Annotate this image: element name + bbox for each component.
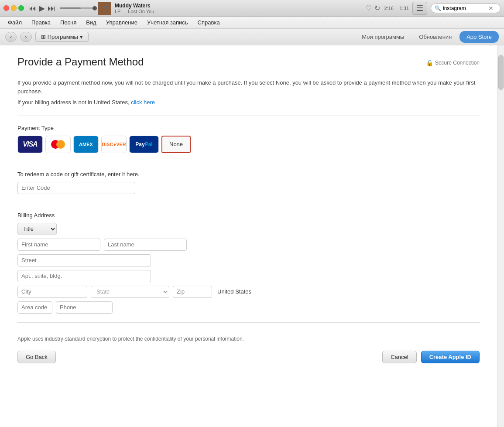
phone-input[interactable] xyxy=(56,301,113,314)
menu-account[interactable]: Учетная запись xyxy=(143,17,192,27)
billing-section: Billing Address Title State United xyxy=(17,212,480,314)
menu-bar: Файл Правка Песня Вид Управление Учетная… xyxy=(0,17,504,29)
amex-label: AMEX xyxy=(79,142,93,147)
last-name-input[interactable] xyxy=(104,239,187,251)
country-label: United States xyxy=(217,288,251,295)
payment-cards: VISA AMEX DISC●VER PayPal None xyxy=(17,136,480,153)
maximize-button[interactable] xyxy=(18,5,24,11)
cancel-button[interactable]: Cancel xyxy=(382,351,416,363)
header-text: Provide a Payment Method xyxy=(17,56,426,70)
tab-app-store[interactable]: App Store xyxy=(459,31,499,43)
programs-icon: ⊞ xyxy=(41,34,46,40)
window-controls xyxy=(3,5,24,11)
divider-1 xyxy=(17,116,480,116)
redeem-label: To redeem a code or gift certificate, en… xyxy=(17,171,480,178)
search-input[interactable] xyxy=(443,5,487,11)
description-2: If your billing address is not in United… xyxy=(17,98,480,107)
paypal-label: PayPal xyxy=(135,141,152,147)
search-clear-icon[interactable]: ✕ xyxy=(488,5,494,12)
programs-dropdown[interactable]: ⊞ Программы ▾ xyxy=(35,32,89,42)
discover-label: DISC●VER xyxy=(102,142,126,147)
nav-bar: ‹ › ⊞ Программы ▾ Мои программы Обновлен… xyxy=(0,29,504,45)
street-row xyxy=(17,254,480,266)
description-2-text: If your billing address is not in United… xyxy=(17,99,130,106)
time-elapsed: 2:16 xyxy=(384,6,394,11)
back-button[interactable]: ‹ xyxy=(5,32,17,42)
discover-button[interactable]: DISC●VER xyxy=(101,136,127,153)
page-header: Provide a Payment Method 🔒 Secure Connec… xyxy=(17,56,480,70)
zip-input[interactable] xyxy=(173,286,212,298)
programs-label: Программы xyxy=(48,34,78,40)
go-back-button[interactable]: Go Back xyxy=(17,351,56,363)
first-name-input[interactable] xyxy=(17,239,100,251)
playlist-button[interactable]: ☰ xyxy=(412,2,427,15)
name-row xyxy=(17,239,480,251)
divider-3 xyxy=(17,203,480,203)
title-bar: ⏮ ▶ ⏭ 🎵 Muddy Waters LP — Lost On You ♡ … xyxy=(0,0,504,17)
title-select[interactable]: Title xyxy=(17,223,57,235)
click-here-link[interactable]: click here xyxy=(131,99,155,106)
tab-my-apps[interactable]: Мои программы xyxy=(355,31,411,43)
page-title: Provide a Payment Method xyxy=(17,56,426,68)
scroll-area: Provide a Payment Method 🔒 Secure Connec… xyxy=(0,45,497,427)
city-row: State United States xyxy=(17,286,480,298)
menu-view[interactable]: Вид xyxy=(82,17,101,27)
apt-input[interactable] xyxy=(17,270,151,282)
track-name: Muddy Waters xyxy=(115,3,366,9)
track-info: Muddy Waters LP — Lost On You xyxy=(115,3,366,14)
menu-song[interactable]: Песня xyxy=(56,17,81,27)
main-content: Provide a Payment Method 🔒 Secure Connec… xyxy=(0,45,504,427)
search-icon: 🔍 xyxy=(435,5,441,11)
close-button[interactable] xyxy=(3,5,9,11)
menu-controls[interactable]: Управление xyxy=(102,17,142,27)
city-input[interactable] xyxy=(17,286,87,298)
forward-button[interactable]: › xyxy=(20,32,31,42)
menu-edit[interactable]: Правка xyxy=(27,17,55,27)
track-album: LP — Lost On You xyxy=(115,9,366,14)
menu-file[interactable]: Файл xyxy=(3,17,26,27)
mastercard-logo xyxy=(51,140,65,149)
heart-icon[interactable]: ♡ xyxy=(366,4,372,12)
scrollbar[interactable] xyxy=(497,45,504,427)
billing-address-label: Billing Address xyxy=(17,212,480,219)
search-box: 🔍 ✕ xyxy=(431,3,501,13)
menu-help[interactable]: Справка xyxy=(193,17,224,27)
footer-note: Apple uses industry-standard encryption … xyxy=(17,336,480,342)
progress-bar[interactable] xyxy=(60,7,95,9)
amex-button[interactable]: AMEX xyxy=(73,136,99,153)
mc-yellow-circle xyxy=(56,140,65,149)
apt-row xyxy=(17,270,480,282)
description-1: If you provide a payment method now, you… xyxy=(17,79,480,96)
transport-controls: ⏮ ▶ ⏭ xyxy=(28,4,95,12)
visa-label: VISA xyxy=(23,140,37,148)
area-code-input[interactable] xyxy=(17,301,52,314)
street-input[interactable] xyxy=(17,254,151,266)
lock-icon: 🔒 xyxy=(426,59,433,66)
none-button[interactable]: None xyxy=(161,136,191,153)
tab-updates[interactable]: Обновления xyxy=(412,31,459,43)
programs-chevron-icon: ▾ xyxy=(80,34,83,40)
divider-2 xyxy=(17,162,480,162)
footer-right-buttons: Cancel Create Apple ID xyxy=(382,351,480,363)
nav-tabs: Мои программы Обновления App Store xyxy=(355,31,499,43)
secure-label: Secure Connection xyxy=(435,60,480,66)
mastercard-button[interactable] xyxy=(45,136,71,153)
state-select[interactable]: State xyxy=(91,286,169,298)
time-remaining: -1:31 xyxy=(398,6,409,11)
phone-row xyxy=(17,301,480,314)
create-apple-id-button[interactable]: Create Apple ID xyxy=(421,351,480,363)
paypal-button[interactable]: PayPal xyxy=(129,136,159,153)
secure-connection: 🔒 Secure Connection xyxy=(426,59,480,66)
rewind-button[interactable]: ⏮ xyxy=(28,4,36,12)
payment-type-label: Payment Type xyxy=(17,125,480,131)
album-art: 🎵 xyxy=(98,2,111,15)
footer-buttons: Go Back Cancel Create Apple ID xyxy=(17,351,480,372)
code-input[interactable] xyxy=(17,182,135,194)
fast-forward-button[interactable]: ⏭ xyxy=(48,4,55,12)
play-button[interactable]: ▶ xyxy=(39,4,45,12)
visa-button[interactable]: VISA xyxy=(17,136,43,153)
scrollbar-thumb[interactable] xyxy=(498,55,504,90)
divider-4 xyxy=(17,322,480,323)
repeat-icon[interactable]: ↻ xyxy=(374,4,380,12)
minimize-button[interactable] xyxy=(11,5,17,11)
